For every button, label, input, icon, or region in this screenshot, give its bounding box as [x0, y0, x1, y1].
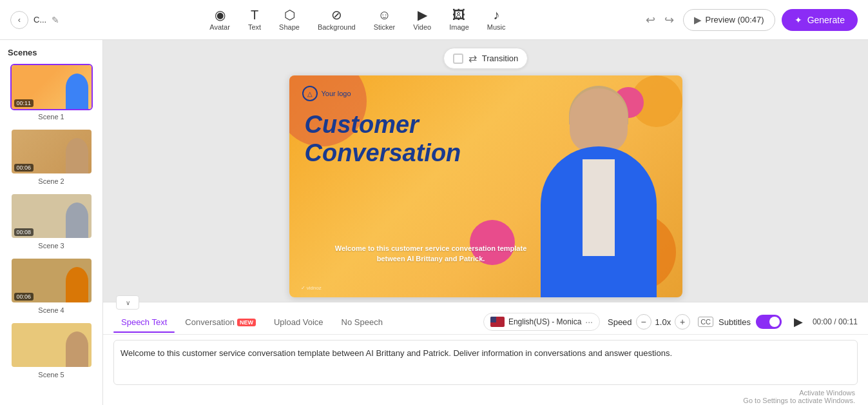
- scene-thumb-3[interactable]: 00:08: [10, 193, 93, 239]
- tool-music-label: Music: [487, 23, 506, 31]
- flag-icon: [490, 317, 505, 327]
- windows-activate: Activate Windows Go to Settings to activ…: [113, 389, 858, 404]
- avatar-silhouette-5: [66, 331, 88, 367]
- transition-icon: ⇄: [468, 52, 477, 64]
- tool-text-icon: T: [251, 8, 258, 21]
- generate-button[interactable]: ✦ Generate: [782, 9, 858, 31]
- scene-duration-2: 00:06: [14, 164, 34, 172]
- tab-speech-text[interactable]: Speech Text: [113, 312, 175, 332]
- tab-conversation[interactable]: ConversationNEW: [177, 312, 264, 332]
- tab-label-conversation: Conversation: [185, 317, 235, 327]
- tool-text[interactable]: TText: [248, 8, 261, 31]
- scene-item-5[interactable]: Scene 5: [5, 322, 97, 379]
- sidebar: Scenes 00:11 Scene 1 00:06 Scene 2: [0, 40, 103, 405]
- tool-shape-icon: ⬡: [284, 8, 295, 21]
- scene-duration-1: 00:11: [14, 99, 34, 107]
- bottom-panel: ∨ Speech TextConversationNEWUpload Voice…: [103, 302, 868, 405]
- scene-thumb-5[interactable]: [10, 322, 93, 368]
- toolbar-tools: ◉AvatarTText⬡Shape⊘Background☺Sticker▶Vi…: [77, 8, 637, 31]
- tab-no-speech[interactable]: No Speech: [334, 312, 391, 332]
- language-selector[interactable]: English(US) - Monica ···: [483, 313, 600, 331]
- bottom-tabs: Speech TextConversationNEWUpload VoiceNo…: [103, 310, 401, 334]
- avatar-silhouette-3: [66, 202, 88, 238]
- subtitles-toggle[interactable]: [756, 315, 782, 329]
- preview-button[interactable]: ▶ Preview (00:47): [683, 9, 775, 31]
- playback-control: ▶ 00:00 / 00:11: [789, 313, 858, 331]
- time-separator: /: [834, 317, 838, 326]
- scene-item-3[interactable]: 00:08 Scene 3: [5, 193, 97, 250]
- scene-avatar-5: [63, 328, 92, 367]
- scene-label-4: Scene 4: [38, 306, 64, 314]
- redo-button[interactable]: ↪: [662, 10, 677, 30]
- language-options-icon[interactable]: ···: [585, 317, 593, 327]
- edit-icon[interactable]: ✎: [52, 15, 59, 25]
- tool-background-icon: ⊘: [331, 8, 342, 21]
- scene-item-2[interactable]: 00:06 Scene 2: [5, 128, 97, 185]
- canvas-logo: △ Your logo: [302, 86, 351, 101]
- project-name: C...: [34, 15, 46, 25]
- scene-duration-3: 00:08: [14, 228, 34, 236]
- scene-thumb-2[interactable]: 00:06: [10, 128, 93, 175]
- collapse-button[interactable]: ∨: [116, 295, 139, 310]
- scene-avatar-1: [63, 70, 92, 109]
- presenter-figure: [515, 75, 682, 297]
- logo-circle: △: [302, 86, 318, 101]
- speed-increase-button[interactable]: +: [675, 314, 690, 330]
- tool-avatar-icon: ◉: [215, 8, 226, 21]
- scene-label-3: Scene 3: [38, 242, 64, 250]
- scene-bg-3: 00:08: [12, 194, 92, 238]
- activate-line1: Activate Windows: [113, 389, 855, 397]
- transition-checkbox[interactable]: [453, 54, 463, 64]
- toolbar-left: ‹ C... ✎: [10, 11, 59, 29]
- tab-badge-conversation: NEW: [237, 319, 256, 326]
- scene-thumb-4[interactable]: 00:06: [10, 257, 93, 304]
- scene-avatar-4: [63, 264, 92, 302]
- scene-item-4[interactable]: 00:06 Scene 4: [5, 257, 97, 314]
- subtitles-control: CC Subtitles: [698, 315, 782, 329]
- canvas-area: ⇄ Transition △ Your logo: [103, 40, 868, 302]
- scenes-title: Scenes: [5, 48, 97, 57]
- canvas-background: △ Your logo Customer Conversation Welcom…: [289, 75, 682, 297]
- cc-icon: CC: [698, 317, 713, 327]
- preview-label: Preview (00:47): [706, 15, 764, 25]
- speech-textarea[interactable]: Welcome to this customer service convers…: [113, 340, 858, 385]
- tool-text-label: Text: [248, 23, 261, 31]
- tool-image-label: Image: [449, 23, 469, 31]
- tool-video-icon: ▶: [418, 8, 427, 21]
- scene-item-1[interactable]: 00:11 Scene 1: [5, 64, 97, 121]
- speed-value: 1.0x: [655, 317, 671, 327]
- text-area-section: Welcome to this customer service convers…: [103, 335, 868, 405]
- speed-control: Speed − 1.0x +: [608, 314, 690, 330]
- language-label: English(US) - Monica: [508, 317, 581, 326]
- video-canvas[interactable]: △ Your logo Customer Conversation Welcom…: [289, 75, 682, 297]
- speed-decrease-button[interactable]: −: [636, 314, 651, 330]
- transition-bar[interactable]: ⇄ Transition: [443, 48, 528, 69]
- presenter-head: [570, 88, 628, 153]
- tool-avatar[interactable]: ◉Avatar: [209, 8, 230, 31]
- undo-button[interactable]: ↩: [643, 10, 658, 30]
- tool-video[interactable]: ▶Video: [413, 8, 431, 31]
- tool-music[interactable]: ♪Music: [487, 8, 506, 31]
- tab-label-no-speech: No Speech: [342, 317, 383, 327]
- time-display: 00:00 / 00:11: [813, 317, 858, 326]
- main-area: Scenes 00:11 Scene 1 00:06 Scene 2: [0, 40, 868, 405]
- tool-sticker-icon: ☺: [378, 8, 391, 21]
- tool-sticker-label: Sticker: [374, 23, 396, 31]
- tool-sticker[interactable]: ☺Sticker: [374, 8, 396, 31]
- toolbar: ‹ C... ✎ ◉AvatarTText⬡Shape⊘Background☺S…: [0, 0, 868, 40]
- back-button[interactable]: ‹: [10, 11, 28, 29]
- transition-label: Transition: [482, 54, 519, 63]
- logo-text: Your logo: [322, 90, 351, 97]
- tool-image[interactable]: 🖼Image: [449, 8, 469, 31]
- tool-shape[interactable]: ⬡Shape: [279, 8, 300, 31]
- play-pause-button[interactable]: ▶: [789, 313, 807, 331]
- scene-label-5: Scene 5: [38, 371, 64, 379]
- avatar-silhouette-1: [66, 74, 88, 109]
- tab-upload-voice[interactable]: Upload Voice: [266, 312, 331, 332]
- tool-shape-label: Shape: [279, 23, 300, 31]
- toolbar-right: ↩ ↪ ▶ Preview (00:47) ✦ Generate: [643, 9, 858, 31]
- scene-thumb-1[interactable]: 00:11: [10, 64, 93, 110]
- time-total: 00:11: [838, 317, 858, 326]
- canvas-title-line1: Customer: [305, 111, 461, 139]
- tool-background[interactable]: ⊘Background: [318, 8, 356, 31]
